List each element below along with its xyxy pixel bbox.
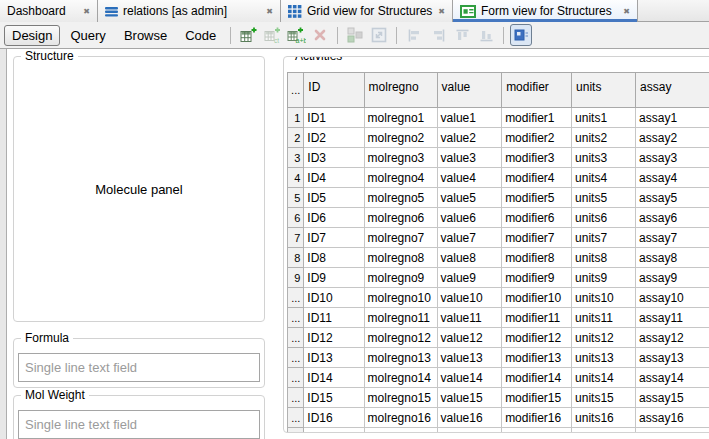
molecule-panel[interactable]: Molecule panel [14, 57, 264, 321]
row-selector[interactable]: 5 [288, 188, 304, 208]
table-cell[interactable]: molregno17 [364, 428, 437, 434]
row-selector[interactable]: ... [288, 328, 304, 348]
table-cell[interactable]: units5 [572, 188, 636, 208]
table-cell[interactable]: value4 [437, 168, 502, 188]
table-cell[interactable]: molregno5 [364, 188, 437, 208]
row-selector[interactable]: 6 [288, 208, 304, 228]
table-cell[interactable]: value7 [437, 228, 502, 248]
add-calculated-field-icon[interactable]: ct [261, 24, 283, 46]
table-cell[interactable]: ID14 [304, 368, 364, 388]
add-formula-field-icon[interactable]: a+b [285, 24, 307, 46]
table-cell[interactable]: value8 [437, 248, 502, 268]
row-selector[interactable]: 1 [288, 108, 304, 128]
table-cell[interactable]: modifier16 [502, 408, 572, 428]
table-cell[interactable]: molregno13 [364, 348, 437, 368]
table-cell[interactable]: molregno2 [364, 128, 437, 148]
table-cell[interactable]: value2 [437, 128, 502, 148]
table-cell[interactable]: value11 [437, 308, 502, 328]
table-cell[interactable]: units3 [572, 148, 636, 168]
align-top-icon[interactable] [451, 24, 473, 46]
table-cell[interactable]: molregno8 [364, 248, 437, 268]
add-field-icon[interactable] [237, 24, 259, 46]
table-cell[interactable]: ID1 [304, 108, 364, 128]
tab-close-icon[interactable]: ✖ [623, 7, 630, 16]
table-corner-button[interactable]: ... [288, 73, 304, 108]
table-cell[interactable]: ID9 [304, 268, 364, 288]
align-right-icon[interactable] [427, 24, 449, 46]
table-cell[interactable]: ID16 [304, 408, 364, 428]
table-cell[interactable]: assay3 [636, 148, 709, 168]
preview-form-icon[interactable] [510, 24, 532, 46]
table-cell[interactable]: molregno1 [364, 108, 437, 128]
tab-dashboard[interactable]: Dashboard✖ [0, 0, 98, 22]
table-cell[interactable]: assay6 [636, 208, 709, 228]
table-cell[interactable]: units9 [572, 268, 636, 288]
structure-group[interactable]: Structure Molecule panel [13, 56, 265, 322]
tab-form-view[interactable]: Form view for Structures✖ [453, 0, 638, 22]
row-selector[interactable]: ... [288, 288, 304, 308]
row-selector[interactable]: ... [288, 308, 304, 328]
table-cell[interactable]: modifier4 [502, 168, 572, 188]
column-header-molregno[interactable]: molregno [364, 73, 437, 108]
table-cell[interactable]: value1 [437, 108, 502, 128]
row-selector[interactable]: 8 [288, 248, 304, 268]
table-cell[interactable]: modifier10 [502, 288, 572, 308]
tab-close-icon[interactable]: ✖ [266, 7, 273, 16]
table-cell[interactable]: units12 [572, 328, 636, 348]
table-cell[interactable]: ID5 [304, 188, 364, 208]
table-cell[interactable]: modifier5 [502, 188, 572, 208]
table-cell[interactable]: modifier7 [502, 228, 572, 248]
mode-button-query[interactable]: Query [62, 25, 113, 46]
table-cell[interactable]: units2 [572, 128, 636, 148]
column-header-units[interactable]: units [572, 73, 636, 108]
table-cell[interactable]: assay7 [636, 228, 709, 248]
table-cell[interactable]: ID2 [304, 128, 364, 148]
table-cell[interactable]: units6 [572, 208, 636, 228]
table-cell[interactable]: assay16 [636, 408, 709, 428]
column-header-assay[interactable]: assay [636, 73, 709, 108]
table-cell[interactable]: molregno11 [364, 308, 437, 328]
table-cell[interactable]: assay12 [636, 328, 709, 348]
table-cell[interactable]: value10 [437, 288, 502, 308]
table-cell[interactable]: value15 [437, 388, 502, 408]
table-cell[interactable]: modifier9 [502, 268, 572, 288]
formula-input[interactable] [18, 353, 260, 382]
table-cell[interactable]: modifier3 [502, 148, 572, 168]
table-cell[interactable]: value16 [437, 408, 502, 428]
row-selector[interactable]: ... [288, 428, 304, 434]
table-cell[interactable]: molregno12 [364, 328, 437, 348]
row-selector[interactable]: 4 [288, 168, 304, 188]
table-cell[interactable]: assay2 [636, 128, 709, 148]
table-cell[interactable]: molregno6 [364, 208, 437, 228]
row-selector[interactable]: 9 [288, 268, 304, 288]
row-selector[interactable]: ... [288, 408, 304, 428]
table-cell[interactable]: units1 [572, 108, 636, 128]
delete-field-icon[interactable] [309, 24, 331, 46]
table-cell[interactable]: ID8 [304, 248, 364, 268]
table-cell[interactable]: modifier17 [502, 428, 572, 434]
table-cell[interactable]: molregno9 [364, 268, 437, 288]
table-cell[interactable]: value12 [437, 328, 502, 348]
table-cell[interactable]: assay9 [636, 268, 709, 288]
table-cell[interactable]: ID3 [304, 148, 364, 168]
table-cell[interactable]: modifier6 [502, 208, 572, 228]
table-cell[interactable]: ID7 [304, 228, 364, 248]
table-cell[interactable]: units13 [572, 348, 636, 368]
table-cell[interactable]: units7 [572, 228, 636, 248]
table-cell[interactable]: ID10 [304, 288, 364, 308]
table-cell[interactable]: ID12 [304, 328, 364, 348]
tab-close-icon[interactable]: ✖ [438, 7, 445, 16]
table-cell[interactable]: units11 [572, 308, 636, 328]
table-cell[interactable]: assay11 [636, 308, 709, 328]
row-selector[interactable]: 3 [288, 148, 304, 168]
table-cell[interactable]: ID6 [304, 208, 364, 228]
table-cell[interactable]: units16 [572, 408, 636, 428]
row-selector[interactable]: 7 [288, 228, 304, 248]
table-cell[interactable]: assay17 [636, 428, 709, 434]
row-selector[interactable]: ... [288, 368, 304, 388]
table-cell[interactable]: value5 [437, 188, 502, 208]
table-cell[interactable]: units4 [572, 168, 636, 188]
table-cell[interactable]: value17 [437, 428, 502, 434]
mode-button-design[interactable]: Design [4, 25, 60, 46]
table-cell[interactable]: modifier11 [502, 308, 572, 328]
